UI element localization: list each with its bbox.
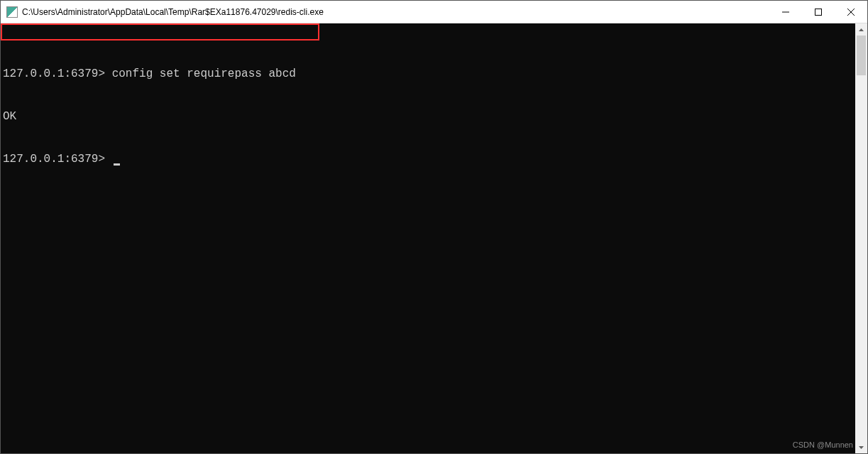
terminal[interactable]: 127.0.0.1:6379> config set requirepass a…: [1, 23, 855, 453]
close-icon: [847, 9, 855, 16]
window-controls: [769, 1, 867, 23]
command-text: [105, 153, 112, 166]
terminal-line: OK: [3, 109, 855, 124]
prompt: 127.0.0.1:6379>: [3, 153, 105, 166]
terminal-line: 127.0.0.1:6379>: [3, 152, 855, 166]
app-icon: [6, 6, 18, 18]
scroll-up-button[interactable]: [855, 23, 867, 36]
scroll-down-button[interactable]: [855, 441, 867, 453]
minimize-button[interactable]: [769, 1, 802, 23]
cursor: [114, 163, 120, 166]
app-window: C:\Users\Administrator\AppData\Local\Tem…: [0, 0, 868, 454]
svg-rect-1: [815, 9, 822, 15]
prompt: 127.0.0.1:6379>: [3, 67, 105, 80]
command-text: config set requirepass abcd: [105, 67, 296, 80]
maximize-icon: [815, 9, 822, 16]
terminal-line: 127.0.0.1:6379> config set requirepass a…: [3, 67, 855, 81]
scroll-thumb[interactable]: [857, 36, 866, 75]
window-title: C:\Users\Administrator\AppData\Local\Tem…: [22, 7, 769, 17]
scroll-track[interactable]: [855, 36, 867, 441]
minimize-icon: [782, 9, 789, 16]
maximize-button[interactable]: [802, 1, 835, 23]
chevron-down-icon: [859, 446, 864, 449]
chevron-up-icon: [859, 28, 864, 31]
terminal-wrapper: 127.0.0.1:6379> config set requirepass a…: [1, 23, 867, 453]
close-button[interactable]: [835, 1, 867, 23]
vertical-scrollbar[interactable]: [855, 23, 867, 453]
titlebar[interactable]: C:\Users\Administrator\AppData\Local\Tem…: [1, 1, 867, 23]
output-text: OK: [3, 110, 16, 123]
watermark-text: CSDN @Munnen: [793, 441, 853, 449]
highlight-annotation: [1, 23, 319, 40]
